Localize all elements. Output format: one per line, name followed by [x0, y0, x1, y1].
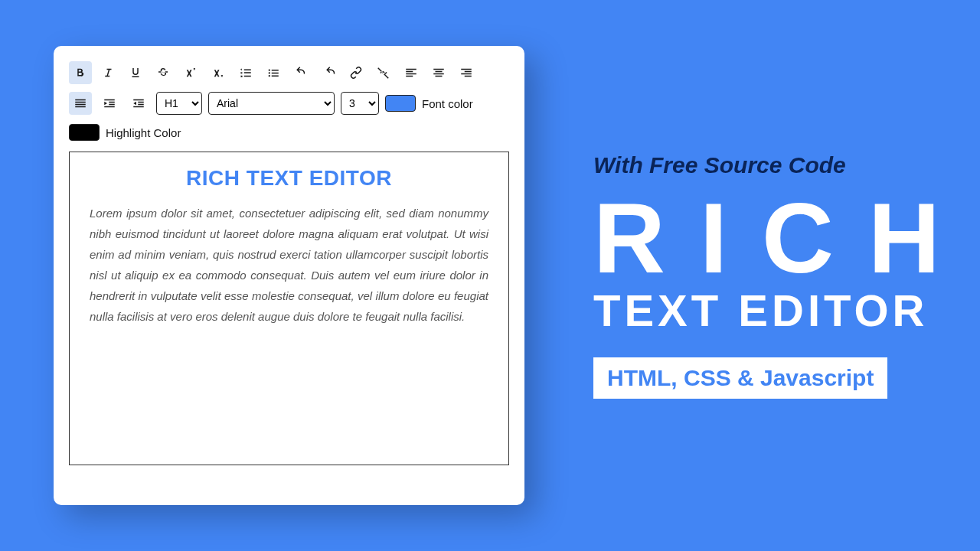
outdent-icon: [132, 96, 145, 110]
align-justify-button[interactable]: [69, 92, 92, 115]
underline-icon: [129, 66, 142, 80]
align-left-icon: [404, 66, 418, 80]
content-body: Lorem ipsum dolor sit amet, consectetuer…: [90, 203, 488, 327]
toolbar-row-3: Highlight Color: [69, 124, 509, 141]
font-color-label: Font color: [422, 97, 473, 110]
italic-button[interactable]: [96, 61, 119, 84]
highlight-color-swatch[interactable]: [69, 124, 100, 141]
highlight-color-label: Highlight Color: [106, 126, 181, 139]
subscript-icon: [211, 66, 225, 80]
content-title: RICH TEXT EDITOR: [90, 166, 488, 191]
align-justify-icon: [74, 96, 87, 110]
ordered-list-icon: [239, 66, 253, 80]
strikethrough-icon: [156, 66, 170, 80]
promo-title-line1: RICH: [593, 186, 975, 291]
underline-button[interactable]: [124, 61, 147, 84]
toolbar: [69, 61, 509, 84]
align-right-button[interactable]: [455, 61, 478, 84]
bold-icon: [74, 66, 87, 80]
redo-button[interactable]: [317, 61, 340, 84]
editor-panel: H1 Arial 3 Font color Highlight Color RI…: [54, 46, 524, 505]
promo-title-line2: TEXT EDITOR: [593, 285, 975, 336]
strikethrough-button[interactable]: [152, 61, 175, 84]
redo-icon: [322, 66, 335, 80]
align-center-button[interactable]: [427, 61, 450, 84]
align-left-button[interactable]: [400, 61, 423, 84]
undo-icon: [294, 66, 308, 80]
link-icon: [349, 66, 363, 80]
unlink-button[interactable]: [372, 61, 395, 84]
subscript-button[interactable]: [207, 61, 230, 84]
outdent-button[interactable]: [127, 92, 150, 115]
promo-badge: HTML, CSS & Javascript: [593, 357, 887, 399]
unordered-list-icon: [266, 66, 280, 80]
promo-subtitle: With Free Source Code: [593, 152, 975, 178]
font-select[interactable]: Arial: [208, 92, 335, 115]
unordered-list-button[interactable]: [262, 61, 285, 84]
promo-section: With Free Source Code RICH TEXT EDITOR H…: [593, 152, 975, 399]
superscript-button[interactable]: [179, 61, 202, 84]
superscript-icon: [184, 66, 198, 80]
indent-button[interactable]: [98, 92, 121, 115]
link-button[interactable]: [345, 61, 368, 84]
italic-icon: [101, 66, 115, 80]
indent-icon: [103, 96, 116, 110]
content-area[interactable]: RICH TEXT EDITOR Lorem ipsum dolor sit a…: [69, 152, 509, 465]
unlink-icon: [377, 66, 390, 80]
undo-button[interactable]: [289, 61, 312, 84]
align-right-icon: [459, 66, 473, 80]
heading-select[interactable]: H1: [156, 92, 202, 115]
align-center-icon: [432, 66, 446, 80]
ordered-list-button[interactable]: [234, 61, 257, 84]
toolbar-row-2: H1 Arial 3 Font color: [69, 92, 509, 115]
font-color-swatch[interactable]: [385, 95, 416, 112]
size-select[interactable]: 3: [341, 92, 379, 115]
bold-button[interactable]: [69, 61, 92, 84]
